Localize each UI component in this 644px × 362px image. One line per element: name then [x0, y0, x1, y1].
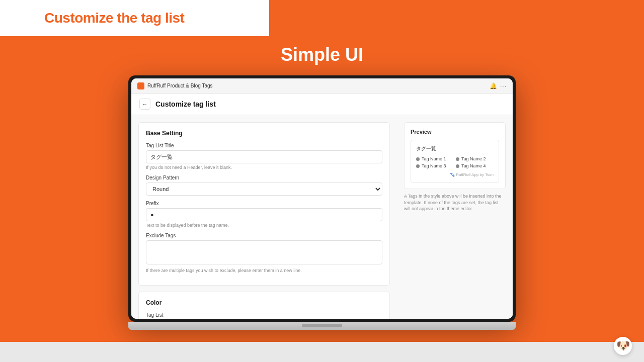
bottom-bar: [0, 342, 644, 362]
preview-card: Preview タグ一覧 Tag Name 1: [404, 122, 506, 189]
design-pattern-select[interactable]: Round Square Pill: [146, 183, 382, 196]
tag-dot-1: [416, 157, 420, 161]
tag-dot-3: [416, 164, 420, 168]
app-title: RuffRuff Product & Blog Tags: [147, 83, 213, 88]
tag-list-title-input[interactable]: [146, 150, 382, 163]
base-setting-card: Base Setting Tag List Title If you do no…: [138, 122, 390, 286]
tag-dot-4: [456, 164, 459, 168]
tag-name-1: Tag Name 1: [422, 156, 446, 161]
preview-note: A Tags in the style above will be insert…: [404, 193, 506, 212]
tag-dot-2: [456, 157, 459, 161]
bell-icon: 🔔: [490, 82, 497, 89]
app-logo-icon: [137, 82, 144, 89]
tag-list-title-label: Tag List Title: [146, 143, 382, 148]
prefix-hint: Text to be displayed before the tag name…: [146, 223, 382, 228]
design-pattern-label: Design Pattern: [146, 175, 382, 180]
preview-title: Preview: [411, 129, 499, 135]
preview-tag-2: Tag Name 2: [456, 156, 494, 161]
tag-list-title-field: Tag List Title If you do not need a Head…: [146, 143, 382, 170]
base-setting-title: Base Setting: [146, 130, 382, 137]
app-chrome: RuffRuff Product & Blog Tags 🔔 ···: [131, 78, 513, 94]
color-section-title: Color: [146, 299, 382, 306]
app-content: ← Customize tag list Base Setting: [131, 94, 513, 319]
exclude-tags-hint: If there are multiple tags you wish to e…: [146, 268, 382, 273]
banner-title: Customize the tag list: [44, 10, 184, 26]
prefix-field: Prefix Text to be displayed before the t…: [146, 201, 382, 228]
prefix-label: Prefix: [146, 201, 382, 206]
preview-footer: 🐾 RuffRuff App by Tsun: [416, 172, 494, 177]
exclude-tags-label: Exclude Tags: [146, 233, 382, 238]
tag-list-title-hint: If you do not need a Header, leave it bl…: [146, 165, 382, 170]
page-header: ← Customize tag list: [131, 94, 513, 115]
page-title: Customize tag list: [155, 100, 216, 108]
center-title: Simple UI: [0, 44, 644, 65]
design-pattern-field: Design Pattern Round Square Pill: [146, 175, 382, 196]
laptop-wrapper: RuffRuff Product & Blog Tags 🔔 ··· ← Cus…: [128, 75, 516, 332]
preview-tag-title: タグ一覧: [416, 145, 494, 152]
tag-name-3: Tag Name 3: [422, 163, 446, 168]
dog-body-icon: 🐶: [614, 337, 632, 355]
screen-inner: RuffRuff Product & Blog Tags 🔔 ··· ← Cus…: [131, 78, 513, 319]
app-chrome-left: RuffRuff Product & Blog Tags: [137, 82, 213, 89]
color-card: Color Tag List Background #F7F9F9: [138, 292, 390, 319]
prefix-input[interactable]: [146, 208, 382, 221]
dots-icon: ···: [500, 82, 507, 89]
app-chrome-right: 🔔 ···: [490, 82, 507, 89]
preview-tags-grid: Tag Name 1 Tag Name 2 Tag Name 3: [416, 156, 494, 168]
exclude-tags-field: Exclude Tags If there are multiple tags …: [146, 233, 382, 273]
preview-inner: タグ一覧 Tag Name 1 Tag Name 2: [411, 140, 499, 183]
laptop-notch: [302, 324, 342, 327]
preview-tag-1: Tag Name 1: [416, 156, 454, 161]
left-panel: Base Setting Tag List Title If you do no…: [131, 115, 397, 319]
tag-name-2: Tag Name 2: [461, 156, 486, 161]
laptop-base: [128, 322, 516, 330]
right-panel: Preview タグ一覧 Tag Name 1: [397, 115, 513, 319]
top-banner: Customize the tag list: [0, 0, 269, 36]
tag-list-color-label: Tag List: [146, 312, 382, 318]
preview-tag-3: Tag Name 3: [416, 163, 454, 168]
dog-mascot: 🐶: [614, 337, 634, 357]
preview-tag-4: Tag Name 4: [456, 163, 494, 168]
laptop-screen: RuffRuff Product & Blog Tags 🔔 ··· ← Cus…: [128, 75, 516, 322]
main-layout: Base Setting Tag List Title If you do no…: [131, 115, 513, 319]
exclude-tags-input[interactable]: [146, 240, 382, 264]
back-button[interactable]: ←: [139, 99, 150, 110]
tag-name-4: Tag Name 4: [461, 163, 486, 168]
